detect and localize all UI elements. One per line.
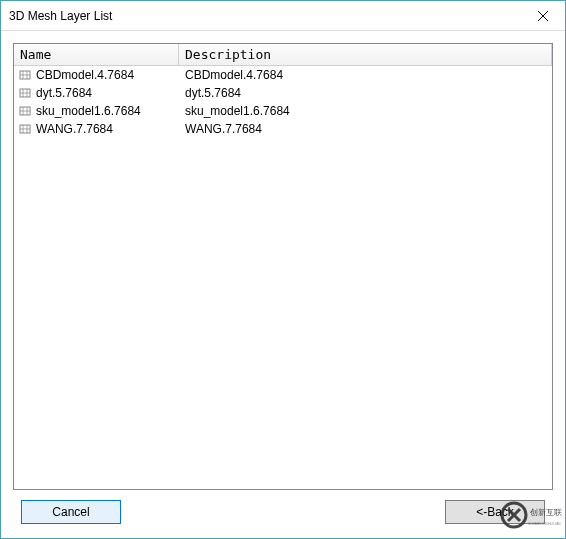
column-header-name[interactable]: Name (14, 44, 179, 65)
dialog-window: 3D Mesh Layer List Name Description CBDm… (0, 0, 566, 539)
mesh-layer-list: Name Description CBDmodel.4.7684CBDmodel… (13, 43, 553, 490)
window-title: 3D Mesh Layer List (9, 9, 112, 23)
table-row[interactable]: WANG.7.7684WANG.7.7684 (14, 120, 552, 138)
mesh-name: WANG.7.7684 (36, 122, 113, 136)
list-header: Name Description (14, 44, 552, 66)
mesh-name: dyt.5.7684 (36, 86, 92, 100)
cell-description: sku_model1.6.7684 (179, 104, 552, 118)
button-row: Cancel <-Back (13, 490, 553, 530)
list-body: CBDmodel.4.7684CBDmodel.4.7684 dyt.5.768… (14, 66, 552, 489)
mesh-icon (18, 86, 32, 100)
mesh-name: CBDmodel.4.7684 (36, 68, 134, 82)
mesh-name: sku_model1.6.7684 (36, 104, 141, 118)
close-button[interactable] (520, 1, 565, 30)
cell-name: dyt.5.7684 (14, 86, 179, 100)
dialog-content: Name Description CBDmodel.4.7684CBDmodel… (1, 31, 565, 538)
table-row[interactable]: dyt.5.7684dyt.5.7684 (14, 84, 552, 102)
cell-description: dyt.5.7684 (179, 86, 552, 100)
mesh-icon (18, 122, 32, 136)
cell-description: CBDmodel.4.7684 (179, 68, 552, 82)
cell-name: WANG.7.7684 (14, 122, 179, 136)
mesh-icon (18, 104, 32, 118)
back-button[interactable]: <-Back (445, 500, 545, 524)
cell-name: CBDmodel.4.7684 (14, 68, 179, 82)
table-row[interactable]: sku_model1.6.7684sku_model1.6.7684 (14, 102, 552, 120)
close-icon (538, 11, 548, 21)
column-header-description[interactable]: Description (179, 44, 552, 65)
mesh-icon (18, 68, 32, 82)
cell-description: WANG.7.7684 (179, 122, 552, 136)
titlebar: 3D Mesh Layer List (1, 1, 565, 31)
cancel-button[interactable]: Cancel (21, 500, 121, 524)
cell-name: sku_model1.6.7684 (14, 104, 179, 118)
table-row[interactable]: CBDmodel.4.7684CBDmodel.4.7684 (14, 66, 552, 84)
